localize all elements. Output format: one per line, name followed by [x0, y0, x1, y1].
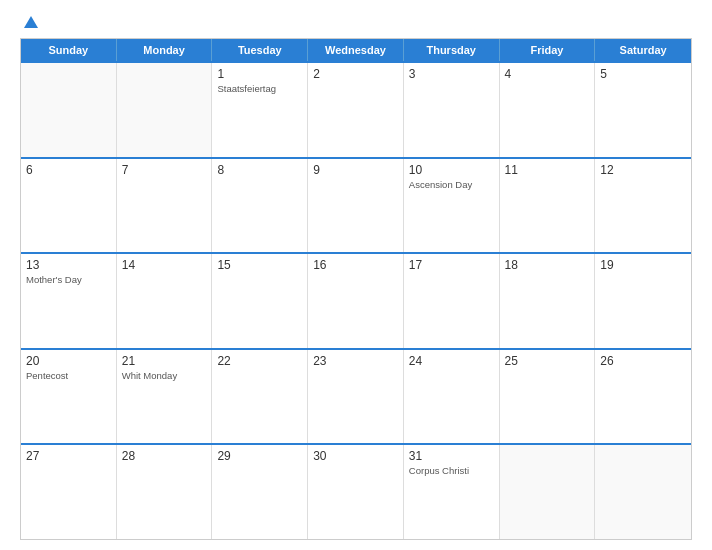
calendar-cell: 5 [595, 63, 691, 157]
calendar-week-4: 20Pentecost21Whit Monday2223242526 [21, 348, 691, 444]
calendar-cell [595, 445, 691, 539]
day-number: 3 [409, 67, 494, 81]
calendar-cell: 27 [21, 445, 117, 539]
day-number: 10 [409, 163, 494, 177]
holiday-label: Corpus Christi [409, 465, 494, 477]
day-number: 8 [217, 163, 302, 177]
day-number: 24 [409, 354, 494, 368]
holiday-label: Pentecost [26, 370, 111, 382]
calendar-cell: 7 [117, 159, 213, 253]
calendar-cell: 2 [308, 63, 404, 157]
calendar-cell: 19 [595, 254, 691, 348]
day-number: 17 [409, 258, 494, 272]
calendar-cell: 24 [404, 350, 500, 444]
calendar-cell: 10Ascension Day [404, 159, 500, 253]
calendar-header: SundayMondayTuesdayWednesdayThursdayFrid… [21, 39, 691, 61]
calendar-cell: 30 [308, 445, 404, 539]
calendar-cell: 8 [212, 159, 308, 253]
logo [20, 16, 38, 30]
holiday-label: Staatsfeiertag [217, 83, 302, 95]
weekday-header-saturday: Saturday [595, 39, 691, 61]
calendar-cell [500, 445, 596, 539]
calendar-cell: 13Mother's Day [21, 254, 117, 348]
calendar-cell: 4 [500, 63, 596, 157]
calendar-cell: 15 [212, 254, 308, 348]
calendar-cell: 14 [117, 254, 213, 348]
holiday-label: Mother's Day [26, 274, 111, 286]
calendar-cell: 23 [308, 350, 404, 444]
day-number: 1 [217, 67, 302, 81]
day-number: 18 [505, 258, 590, 272]
calendar-page: SundayMondayTuesdayWednesdayThursdayFrid… [0, 0, 712, 550]
day-number: 21 [122, 354, 207, 368]
day-number: 11 [505, 163, 590, 177]
calendar-week-5: 2728293031Corpus Christi [21, 443, 691, 539]
day-number: 31 [409, 449, 494, 463]
calendar-cell: 22 [212, 350, 308, 444]
calendar-week-3: 13Mother's Day141516171819 [21, 252, 691, 348]
day-number: 29 [217, 449, 302, 463]
calendar-cell [21, 63, 117, 157]
day-number: 30 [313, 449, 398, 463]
day-number: 2 [313, 67, 398, 81]
calendar-cell [117, 63, 213, 157]
page-header [20, 16, 692, 30]
day-number: 25 [505, 354, 590, 368]
day-number: 5 [600, 67, 686, 81]
holiday-label: Ascension Day [409, 179, 494, 191]
calendar-cell: 29 [212, 445, 308, 539]
day-number: 9 [313, 163, 398, 177]
calendar-body: 1Staatsfeiertag2345678910Ascension Day11… [21, 61, 691, 539]
calendar-cell: 26 [595, 350, 691, 444]
calendar-cell: 20Pentecost [21, 350, 117, 444]
weekday-header-monday: Monday [117, 39, 213, 61]
calendar-cell: 3 [404, 63, 500, 157]
day-number: 6 [26, 163, 111, 177]
calendar-cell: 31Corpus Christi [404, 445, 500, 539]
weekday-header-tuesday: Tuesday [212, 39, 308, 61]
logo-triangle-icon [24, 16, 38, 28]
calendar-cell: 16 [308, 254, 404, 348]
day-number: 26 [600, 354, 686, 368]
day-number: 4 [505, 67, 590, 81]
calendar-week-1: 1Staatsfeiertag2345 [21, 61, 691, 157]
calendar-grid: SundayMondayTuesdayWednesdayThursdayFrid… [20, 38, 692, 540]
day-number: 13 [26, 258, 111, 272]
weekday-header-thursday: Thursday [404, 39, 500, 61]
calendar-cell: 21Whit Monday [117, 350, 213, 444]
calendar-cell: 28 [117, 445, 213, 539]
day-number: 27 [26, 449, 111, 463]
weekday-header-wednesday: Wednesday [308, 39, 404, 61]
day-number: 28 [122, 449, 207, 463]
calendar-cell: 11 [500, 159, 596, 253]
calendar-cell: 6 [21, 159, 117, 253]
day-number: 15 [217, 258, 302, 272]
weekday-header-sunday: Sunday [21, 39, 117, 61]
day-number: 12 [600, 163, 686, 177]
calendar-cell: 17 [404, 254, 500, 348]
calendar-cell: 1Staatsfeiertag [212, 63, 308, 157]
calendar-cell: 12 [595, 159, 691, 253]
weekday-header-friday: Friday [500, 39, 596, 61]
day-number: 14 [122, 258, 207, 272]
day-number: 20 [26, 354, 111, 368]
calendar-cell: 9 [308, 159, 404, 253]
calendar-week-2: 678910Ascension Day1112 [21, 157, 691, 253]
day-number: 23 [313, 354, 398, 368]
calendar-cell: 18 [500, 254, 596, 348]
day-number: 22 [217, 354, 302, 368]
day-number: 16 [313, 258, 398, 272]
day-number: 19 [600, 258, 686, 272]
holiday-label: Whit Monday [122, 370, 207, 382]
day-number: 7 [122, 163, 207, 177]
calendar-cell: 25 [500, 350, 596, 444]
